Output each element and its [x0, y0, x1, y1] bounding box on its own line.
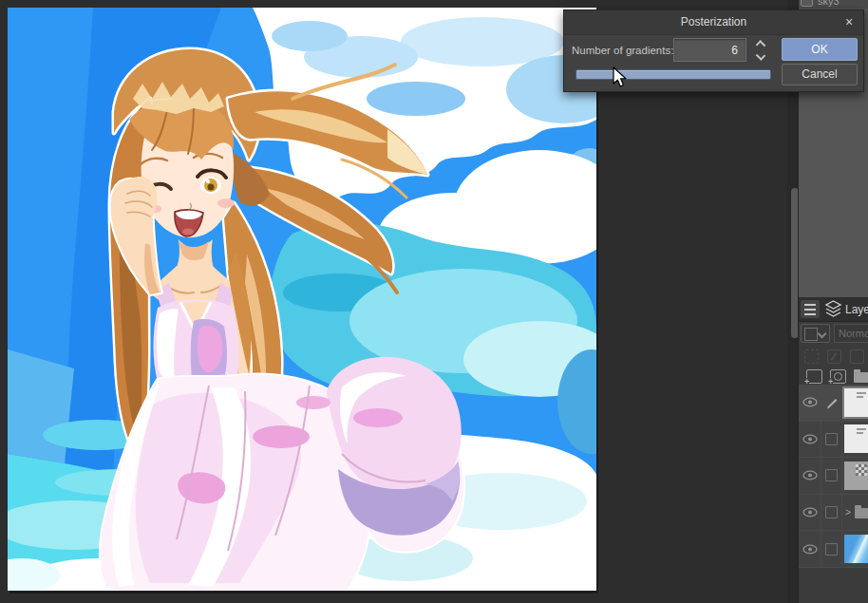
pencil-icon — [825, 396, 839, 409]
layer-row-folder[interactable]: > — [799, 495, 868, 532]
new-folder-icon[interactable] — [854, 372, 868, 383]
chevron-down-icon — [818, 330, 827, 339]
layer-list: > — [799, 385, 868, 568]
cancel-button[interactable]: Cancel — [782, 64, 858, 85]
number-stepper[interactable] — [753, 40, 768, 61]
app-window: ^ sky3 Layer — [0, 0, 868, 603]
layer-color-dropdown[interactable] — [801, 324, 830, 343]
spinner-down-icon[interactable] — [756, 50, 766, 61]
layer-checkbox[interactable] — [821, 531, 842, 567]
eye-icon — [802, 434, 818, 444]
folder-cell[interactable]: > — [842, 495, 868, 531]
ruler-icon[interactable] — [850, 349, 864, 364]
eye-icon — [802, 470, 818, 481]
dialog-titlebar[interactable]: Posterization × — [564, 10, 863, 35]
blend-mode-row: Normal — [799, 323, 868, 346]
layer-thumbnail-icon: ^ — [801, 0, 813, 7]
layer-palette: Layer Normal + + — [799, 297, 868, 603]
layer-row-sky3[interactable]: ^ sky3 — [799, 0, 868, 9]
layer-create-tools: + + — [799, 367, 868, 386]
effect-icon[interactable] — [827, 349, 841, 364]
spinner-up-icon[interactable] — [756, 40, 766, 50]
visibility-toggle[interactable] — [799, 531, 821, 567]
gradients-label: Number of gradients: — [572, 45, 673, 56]
expand-arrow-icon[interactable]: > — [845, 507, 851, 518]
visibility-toggle[interactable] — [799, 495, 821, 531]
palette-menu-icon[interactable] — [801, 300, 820, 318]
layer-row-sky[interactable] — [799, 531, 868, 568]
layer-checkbox[interactable] — [821, 495, 842, 531]
eye-icon — [802, 397, 818, 407]
ok-button[interactable]: OK — [782, 38, 858, 61]
canvas-artwork — [8, 8, 596, 591]
layer-thumbnail[interactable] — [844, 388, 868, 417]
layer-thumbnail[interactable] — [844, 462, 868, 490]
layer-name-label: sky3 — [818, 0, 840, 7]
layer-thumbnail-cell[interactable] — [842, 422, 868, 458]
eye-icon — [802, 507, 818, 518]
palette-title: Layer — [845, 303, 868, 316]
new-layer-icon[interactable]: + — [806, 369, 822, 384]
layer-thumbnail-cell[interactable] — [842, 385, 868, 421]
layer-color-swatch — [804, 328, 818, 341]
layer-thumbnail[interactable] — [844, 535, 868, 563]
layer-row[interactable] — [799, 458, 868, 495]
visibility-toggle[interactable] — [799, 422, 821, 458]
dialog-title: Posterization — [564, 15, 863, 28]
layer-thumbnail-cell[interactable] — [842, 531, 868, 567]
layer-checkbox[interactable] — [821, 422, 842, 458]
layer-row[interactable] — [799, 422, 868, 459]
visibility-toggle[interactable] — [799, 385, 821, 421]
layer-stack-icon — [824, 300, 842, 322]
clipping-mask-icon[interactable] — [804, 349, 819, 364]
layer-checkbox[interactable] — [821, 458, 842, 494]
layer-palette-header: Layer — [799, 297, 868, 322]
gradients-slider[interactable] — [576, 69, 771, 80]
close-icon[interactable]: × — [840, 13, 858, 30]
editing-indicator[interactable] — [821, 385, 842, 421]
layer-row[interactable] — [799, 385, 868, 422]
layer-tools-disabled — [799, 348, 868, 365]
posterization-dialog: Posterization × Number of gradients: OK … — [563, 9, 864, 92]
layer-thumbnail-cell[interactable] — [842, 458, 868, 494]
new-vector-layer-icon[interactable]: + — [830, 369, 846, 384]
eye-icon — [802, 544, 818, 555]
blend-mode-dropdown[interactable]: Normal — [834, 324, 868, 343]
canvas-page[interactable] — [8, 8, 596, 591]
gradients-input[interactable] — [673, 38, 746, 62]
folder-icon — [855, 508, 868, 518]
visibility-toggle[interactable] — [799, 458, 821, 494]
layer-thumbnail[interactable] — [844, 424, 868, 453]
